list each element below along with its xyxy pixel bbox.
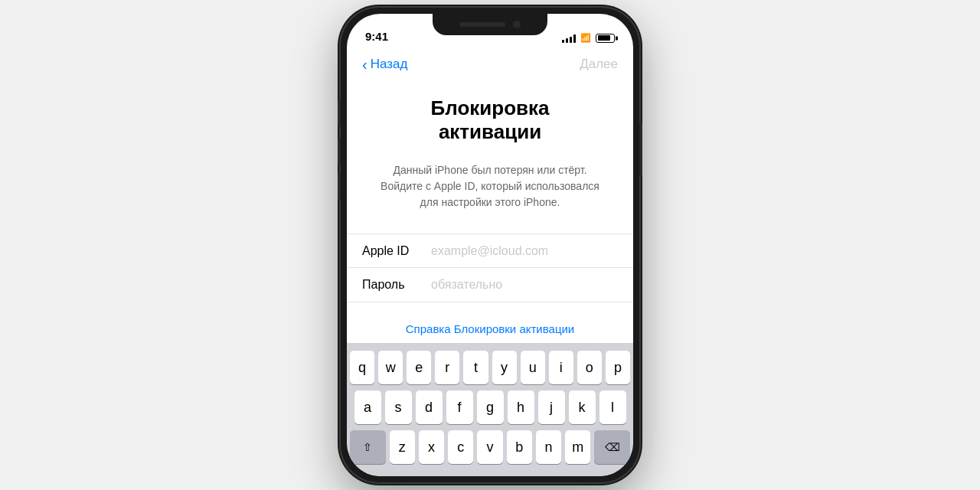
key-delete[interactable]: ⌫ [594,430,630,464]
next-button: Далее [580,57,618,72]
key-x[interactable]: x [419,430,444,464]
key-r[interactable]: r [435,351,459,384]
keyboard: q w e r t y u i o p a s d [347,343,633,476]
apple-id-label: Apple ID [362,244,431,258]
apple-id-input[interactable] [431,244,618,258]
key-i[interactable]: i [549,351,573,384]
nav-bar: ‹ Назад Далее [347,47,633,81]
back-label: Назад [371,57,408,72]
page-title: Блокировка активации [347,81,633,144]
signal-icon [562,34,576,43]
key-f[interactable]: f [446,390,473,424]
back-button[interactable]: ‹ Назад [362,57,407,72]
password-label: Пароль [362,278,431,292]
key-b[interactable]: b [507,430,532,464]
key-h[interactable]: h [508,390,534,424]
key-c[interactable]: c [448,430,473,464]
phone-body: 9:41 📶 ‹ Назад [341,8,639,482]
password-row: Пароль [347,268,633,302]
key-k[interactable]: k [569,390,596,424]
key-v[interactable]: v [477,430,502,464]
key-w[interactable]: w [378,351,403,384]
key-n[interactable]: n [536,430,561,464]
keyboard-row-3: ⇧ z x c v b n m ⌫ [350,430,630,464]
password-input[interactable] [431,278,618,292]
key-j[interactable]: j [538,390,565,424]
apple-id-row: Apple ID [347,234,633,268]
phone-screen: 9:41 📶 ‹ Назад [347,14,633,476]
chevron-left-icon: ‹ [362,57,368,72]
key-o[interactable]: o [577,351,602,384]
key-m[interactable]: m [565,430,590,464]
battery-icon [596,34,615,43]
camera [513,21,521,28]
key-s[interactable]: s [385,390,412,424]
content-area: Блокировка активации Данный iPhone был п… [347,81,633,476]
status-icons: 📶 [562,33,615,43]
keyboard-row-2: a s d f g h j k l [350,390,630,424]
keyboard-row-1: q w e r t y u i o p [350,351,630,384]
speaker [459,22,505,27]
key-u[interactable]: u [521,351,545,384]
key-a[interactable]: a [354,390,381,424]
key-shift[interactable]: ⇧ [350,430,386,464]
wifi-icon: 📶 [580,33,591,43]
phone-device: 9:41 📶 ‹ Назад [341,8,639,482]
page-description: Данный iPhone был потерян или стёрт. Вой… [347,144,633,226]
key-d[interactable]: d [416,390,443,424]
status-time: 9:41 [365,30,388,43]
notch [433,14,547,35]
key-y[interactable]: y [492,351,517,384]
key-t[interactable]: t [463,351,488,384]
key-e[interactable]: e [407,351,431,384]
key-l[interactable]: l [599,390,626,424]
form-container: Apple ID Пароль [347,234,633,302]
key-z[interactable]: z [390,430,415,464]
key-q[interactable]: q [350,351,374,384]
key-g[interactable]: g [477,390,504,424]
key-p[interactable]: p [606,351,630,384]
